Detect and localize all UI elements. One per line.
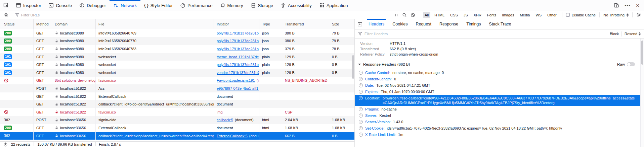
raw-toggle[interactable]: [627, 62, 635, 66]
request-row[interactable]: 200GETlocalhost:8080info?t=1635826640783…: [0, 45, 354, 53]
detail-tab-response[interactable]: Response: [435, 19, 462, 29]
table-scrollbar-thumb[interactable]: [352, 55, 354, 79]
help-icon[interactable]: ?: [359, 120, 363, 124]
initiator-text[interactable]: callback:5: [217, 118, 233, 122]
tab-performance[interactable]: Performance: [176, 0, 216, 11]
request-row[interactable]: 200GETlocalhost:33656ExternalCallbackdoc…: [0, 124, 354, 132]
filter-pill-html[interactable]: HTML: [433, 12, 446, 18]
request-row[interactable]: 200GETlocalhost:8080info?t=1635826640769…: [0, 29, 354, 37]
help-icon[interactable]: ?: [359, 107, 363, 111]
header-row[interactable]: ?Server-Version:1.43.0: [355, 119, 640, 125]
throttling-dropdown[interactable]: No Throttling: [603, 13, 629, 17]
request-row[interactable]: GET8bit-solutions-dev.onelogin....favico…: [0, 77, 354, 85]
initiator-text[interactable]: polyfills.1791b137de281b787...: [217, 31, 259, 35]
header-row[interactable]: ?Expires:Thu, 01 Jan 1970 00:00:00 GMT: [355, 88, 640, 95]
request-row[interactable]: 302POSTlocalhost:33656signin-oidccallbac…: [0, 116, 354, 124]
element-picker-button[interactable]: [0, 0, 12, 11]
filter-headers-input[interactable]: [364, 32, 607, 36]
help-icon[interactable]: ?: [359, 133, 363, 137]
filter-pill-media[interactable]: Media: [518, 12, 531, 18]
filter-pill-ws[interactable]: WS: [534, 12, 543, 18]
close-icon[interactable]: ×: [636, 3, 639, 8]
initiator-text[interactable]: FaviconLoader.jsm:191: [217, 78, 255, 82]
disable-cache-checkbox[interactable]: [566, 13, 570, 17]
detail-tab-request[interactable]: Request: [412, 19, 435, 29]
filter-pill-js[interactable]: JS: [462, 12, 470, 18]
column-header-status[interactable]: Status: [0, 19, 34, 29]
help-icon[interactable]: ?: [359, 114, 363, 118]
meatball-menu-icon[interactable]: •••: [625, 3, 631, 8]
tab-style-editor[interactable]: { }Style Editor: [140, 0, 176, 11]
resend-button[interactable]: Resend: [625, 32, 641, 36]
disable-cache-control[interactable]: Disable Cache: [566, 13, 596, 17]
help-icon[interactable]: ?: [359, 71, 363, 75]
column-header-size[interactable]: Size: [329, 19, 352, 29]
column-header-initiator[interactable]: Initiator: [214, 19, 259, 29]
request-row[interactable]: 200GETlocalhost:8080info?t=1635826640770…: [0, 37, 354, 45]
filter-pill-xhr[interactable]: XHR: [472, 12, 483, 18]
header-row[interactable]: ?Server:Kestrel: [355, 112, 640, 119]
expand-panel-icon[interactable]: [357, 22, 362, 27]
tab-accessibility[interactable]: Accessibility: [277, 0, 315, 11]
filter-pill-css[interactable]: CSS: [448, 12, 460, 18]
request-row[interactable]: GETlocalhost:51822ExternalCallbackdocume…: [0, 92, 354, 100]
clear-requests-button[interactable]: [0, 11, 12, 19]
help-icon[interactable]: ?: [359, 83, 363, 87]
help-icon[interactable]: ?: [359, 126, 363, 130]
block-icon[interactable]: [411, 13, 415, 17]
header-row[interactable]: ?Cache-Control:no-store, no-cache, max-a…: [355, 69, 640, 76]
header-row[interactable]: ?Set-Cookie:idsrv=adf6cba1-7075-402b-9ec…: [355, 125, 640, 131]
initiator-text[interactable]: polyfills.1791b137de281b787...: [217, 47, 259, 51]
tab-inspector[interactable]: Inspector: [12, 0, 45, 11]
tab-network[interactable]: Network: [110, 0, 140, 11]
initiator-text[interactable]: e957f897-042e-4ba1-aff1-...: [217, 86, 259, 90]
filter-pill-images[interactable]: Images: [500, 12, 516, 18]
tab-debugger[interactable]: Debugger: [76, 0, 110, 11]
initiator-text[interactable]: polyfills.1791b137de281b787...: [217, 63, 259, 67]
filter-urls-input[interactable]: [21, 13, 391, 17]
filter-pill-fonts[interactable]: Fonts: [485, 12, 498, 18]
detail-tab-timings[interactable]: Timings: [462, 19, 485, 29]
block-button[interactable]: Block: [610, 32, 619, 36]
header-row[interactable]: ?Location:bitwarden://sso-callback?code=…: [355, 95, 640, 106]
column-header-domain[interactable]: Domain: [52, 19, 96, 29]
column-header-file[interactable]: File: [96, 19, 214, 29]
help-icon[interactable]: ?: [359, 90, 363, 94]
request-row[interactable]: 101GETlocalhost:8080websockettheme_head.…: [0, 53, 354, 61]
header-row[interactable]: ?Content-Length:0: [355, 76, 640, 82]
pause-icon[interactable]: [394, 13, 398, 17]
initiator-text[interactable]: vendor.1791b137de281b787...: [217, 71, 259, 75]
initiator-text[interactable]: polyfills.1791b137de281b787...: [217, 39, 259, 43]
gear-icon[interactable]: [636, 12, 641, 17]
tab-application[interactable]: Application: [315, 0, 352, 11]
detail-tab-cookies[interactable]: Cookies: [388, 19, 412, 29]
help-icon[interactable]: ?: [359, 96, 363, 100]
detail-tab-stack-trace[interactable]: Stack Trace: [485, 19, 515, 29]
search-icon[interactable]: [402, 13, 407, 17]
filter-pill-all[interactable]: All: [423, 12, 430, 18]
details-scrollbar[interactable]: [640, 39, 644, 147]
initiator-text[interactable]: theme_head.1791b137de281...: [217, 55, 259, 59]
initiator-text[interactable]: ExternalCallback:5: [217, 134, 248, 138]
column-header-transferred[interactable]: Transferred: [282, 19, 329, 29]
column-header-method[interactable]: Method: [34, 19, 52, 29]
help-icon[interactable]: ?: [359, 77, 363, 81]
header-row[interactable]: ?Pragma:no-cache: [355, 106, 640, 112]
request-row[interactable]: GETlocalhost:51822callback?client_id=oid…: [0, 100, 354, 108]
header-row[interactable]: ?X-Rate-Limit-Limit:1m: [355, 131, 640, 138]
tab-console[interactable]: Console: [45, 0, 76, 11]
tab-memory[interactable]: Memory: [216, 0, 247, 11]
request-row[interactable]: 101GETlocalhost:8080websocketvendor.1791…: [0, 69, 354, 77]
request-row[interactable]: POSTlocalhost:51822Acse957f897-042e-4ba1…: [0, 84, 354, 92]
header-row[interactable]: ?Date:Tue, 02 Nov 2021 04:17:21 GMT: [355, 82, 640, 88]
request-row[interactable]: GETlocalhost:51822favicon.icoimgCSP: [0, 108, 354, 116]
response-headers-section-header[interactable]: Response Headers (662 B) Raw: [355, 60, 640, 68]
detail-tab-headers[interactable]: Headers: [364, 19, 388, 29]
tab-storage[interactable]: Storage: [247, 0, 277, 11]
details-scrollbar-thumb[interactable]: [641, 41, 643, 65]
responsive-design-mode-icon[interactable]: [614, 3, 619, 8]
request-row[interactable]: 302GETlocalhost:33656callback?client_id=…: [0, 132, 354, 140]
column-header-type[interactable]: Type: [259, 19, 282, 29]
filter-pill-other[interactable]: Other: [546, 12, 558, 18]
request-row[interactable]: 101GETlocalhost:8080websocketpolyfills.1…: [0, 61, 354, 69]
